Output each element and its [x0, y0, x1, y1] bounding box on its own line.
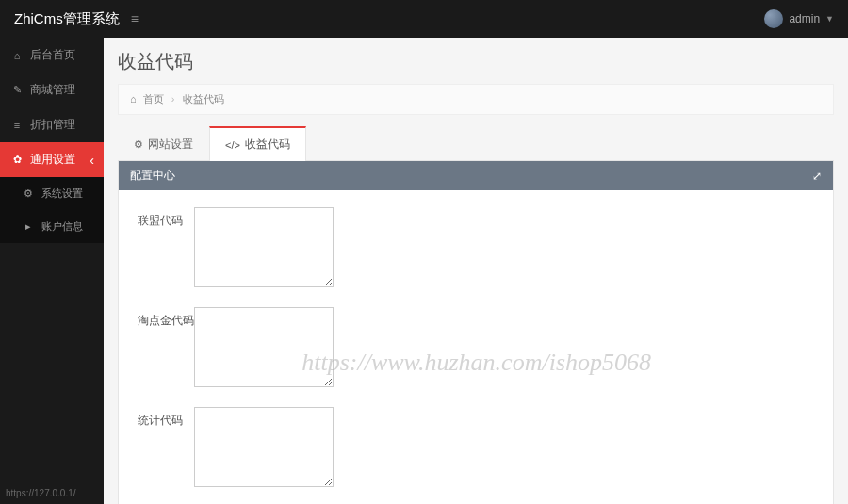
form-row-stats: 统计代码 [138, 407, 814, 490]
gear-icon: ⚙ [134, 138, 143, 151]
breadcrumb-home-icon: ⌂ [130, 93, 137, 105]
form-label: 联盟代码 [138, 207, 194, 229]
sidebar-item-discount[interactable]: ≡ 折扣管理 [0, 107, 104, 142]
breadcrumb: ⌂ 首页 › 收益代码 [118, 84, 834, 115]
tabs: ⚙ 网站设置 </> 收益代码 [118, 126, 834, 161]
sidebar-label: 通用设置 [30, 152, 75, 168]
top-header: ZhiCms管理系统 ≡ admin ▼ [0, 0, 848, 38]
form-control [194, 307, 334, 390]
sidebar-submenu: ⚙ 系统设置 ▸ 账户信息 [0, 177, 104, 243]
user-icon: ▸ [23, 221, 34, 233]
brand-area: ZhiCms管理系统 ≡ [14, 10, 139, 28]
gear-icon: ✿ [11, 154, 23, 166]
sidebar-item-shop[interactable]: ✎ 商城管理 [0, 73, 104, 107]
form-row-alliance: 联盟代码 [138, 207, 814, 290]
list-icon: ≡ [11, 120, 23, 131]
sidebar-label: 折扣管理 [30, 117, 75, 133]
cog-icon: ⚙ [23, 188, 34, 200]
chevron-down-icon: ▼ [825, 14, 834, 24]
breadcrumb-current: 收益代码 [183, 93, 224, 105]
tab-revenue-code[interactable]: </> 收益代码 [209, 126, 306, 161]
sidebar-sub-label: 账户信息 [41, 219, 83, 234]
sidebar-sub-account[interactable]: ▸ 账户信息 [0, 210, 104, 243]
form-label: 统计代码 [138, 407, 194, 429]
form-control [194, 407, 334, 490]
form-control [194, 207, 334, 290]
sidebar-item-settings[interactable]: ✿ 通用设置 [0, 142, 104, 177]
username: admin [789, 12, 820, 25]
pencil-icon: ✎ [11, 85, 23, 96]
tab-label: 收益代码 [245, 137, 290, 153]
menu-toggle-icon[interactable]: ≡ [131, 11, 139, 26]
brand-text: ZhiCms管理系统 [14, 10, 120, 28]
alliance-code-textarea[interactable] [194, 207, 334, 287]
breadcrumb-home[interactable]: 首页 [143, 93, 164, 105]
tab-label: 网站设置 [148, 137, 193, 153]
page-title: 收益代码 [118, 49, 834, 74]
user-menu[interactable]: admin ▼ [764, 9, 834, 28]
taodian-code-textarea[interactable] [194, 307, 334, 387]
config-panel: 配置中心 ⤢ 联盟代码 淘点金代码 统计代码 [118, 161, 834, 504]
breadcrumb-separator: › [171, 93, 175, 105]
home-icon: ⌂ [11, 50, 23, 61]
form-label: 淘点金代码 [138, 307, 194, 329]
expand-icon[interactable]: ⤢ [812, 170, 822, 183]
form-row-taodian: 淘点金代码 [138, 307, 814, 390]
panel-title: 配置中心 [130, 168, 175, 184]
footer-link: https://127.0.0.1/ [6, 488, 76, 498]
sidebar-item-dashboard[interactable]: ⌂ 后台首页 [0, 38, 104, 73]
main-content: 收益代码 ⌂ 首页 › 收益代码 ⚙ 网站设置 </> 收益代码 配置中心 ⤢ … [104, 38, 848, 504]
sidebar-label: 后台首页 [30, 47, 75, 63]
panel-header: 配置中心 ⤢ [119, 161, 833, 190]
tab-site-settings[interactable]: ⚙ 网站设置 [118, 126, 209, 161]
code-icon: </> [225, 139, 240, 151]
sidebar-label: 商城管理 [30, 82, 75, 98]
avatar [764, 9, 783, 28]
stats-code-textarea[interactable] [194, 407, 334, 487]
sidebar-sub-label: 系统设置 [41, 187, 83, 201]
sidebar-sub-system[interactable]: ⚙ 系统设置 [0, 177, 104, 210]
panel-body: 联盟代码 淘点金代码 统计代码 保存数据 [119, 190, 833, 504]
sidebar: ⌂ 后台首页 ✎ 商城管理 ≡ 折扣管理 ✿ 通用设置 ⚙ 系统设置 ▸ 账户信… [0, 38, 104, 504]
